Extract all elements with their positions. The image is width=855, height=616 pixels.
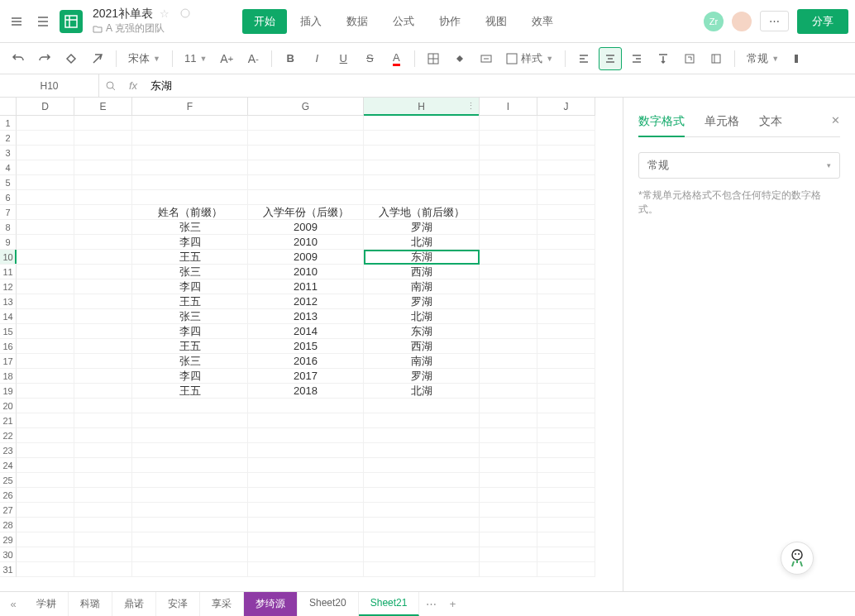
cell[interactable]	[364, 488, 480, 503]
cell[interactable]	[74, 175, 132, 190]
merge-icon[interactable]	[475, 47, 498, 70]
col-header-F[interactable]: F	[132, 98, 248, 116]
cell[interactable]	[74, 428, 132, 443]
cell[interactable]	[537, 175, 595, 190]
cell[interactable]	[17, 116, 74, 131]
cell[interactable]	[74, 473, 132, 488]
cell[interactable]	[17, 131, 74, 146]
row-header-26[interactable]: 26	[0, 488, 17, 503]
cell[interactable]	[17, 220, 74, 235]
row-header-12[interactable]: 12	[0, 279, 17, 294]
cell[interactable]: 李四	[132, 324, 248, 339]
cell[interactable]	[17, 235, 74, 250]
spreadsheet-grid[interactable]: DEFGH⋮IJ1234567姓名（前缀）入学年份（后缀）入学地（前后缀）8张三…	[0, 98, 623, 577]
cell[interactable]	[480, 562, 537, 577]
cell[interactable]	[248, 518, 364, 532]
row-header-3[interactable]: 3	[0, 146, 17, 160]
cell[interactable]	[480, 146, 537, 160]
cell[interactable]	[537, 532, 595, 547]
cell[interactable]	[537, 503, 595, 518]
cell-style-select[interactable]: 样式▼	[501, 47, 558, 70]
cell[interactable]: 西湖	[364, 339, 480, 354]
cell[interactable]	[364, 503, 480, 518]
cell[interactable]	[537, 160, 595, 175]
row-header-16[interactable]: 16	[0, 339, 17, 354]
cell[interactable]	[537, 518, 595, 532]
cell[interactable]	[480, 413, 537, 428]
cell[interactable]	[480, 503, 537, 518]
cell[interactable]	[17, 384, 74, 399]
cell[interactable]	[537, 413, 595, 428]
cell[interactable]	[248, 443, 364, 458]
col-header-G[interactable]: G	[248, 98, 364, 116]
cell[interactable]	[248, 160, 364, 175]
cell[interactable]	[17, 354, 74, 369]
cell[interactable]	[537, 354, 595, 369]
cell[interactable]	[17, 399, 74, 413]
cell[interactable]	[17, 146, 74, 160]
cell[interactable]	[480, 309, 537, 324]
cell[interactable]: 2014	[248, 324, 364, 339]
cell[interactable]	[17, 369, 74, 384]
share-button[interactable]: 分享	[797, 9, 848, 34]
cell[interactable]	[480, 279, 537, 294]
cell[interactable]	[537, 428, 595, 443]
cell[interactable]	[537, 488, 595, 503]
cell[interactable]	[17, 250, 74, 265]
folder-path[interactable]: A 克强的团队	[93, 21, 193, 36]
cell[interactable]	[17, 488, 74, 503]
cell[interactable]	[537, 235, 595, 250]
cell[interactable]: 2010	[248, 235, 364, 250]
cell[interactable]	[74, 458, 132, 473]
cell[interactable]	[364, 532, 480, 547]
cell[interactable]	[480, 250, 537, 265]
cell[interactable]	[480, 399, 537, 413]
cell[interactable]: 2012	[248, 294, 364, 309]
cell[interactable]	[537, 443, 595, 458]
list-icon[interactable]	[33, 12, 53, 31]
cell[interactable]: 2013	[248, 309, 364, 324]
align-center-icon[interactable]	[599, 47, 622, 70]
cell[interactable]	[537, 294, 595, 309]
cell[interactable]	[480, 205, 537, 220]
cell[interactable]: 罗湖	[364, 369, 480, 384]
cell[interactable]	[537, 384, 595, 399]
cell[interactable]	[537, 131, 595, 146]
cell[interactable]: 张三	[132, 265, 248, 279]
menu-tab-4[interactable]: 协作	[428, 9, 472, 34]
menu-tab-1[interactable]: 插入	[289, 9, 333, 34]
cell[interactable]	[132, 518, 248, 532]
cell[interactable]	[480, 190, 537, 205]
formula-input[interactable]	[144, 79, 855, 92]
cell[interactable]	[364, 131, 480, 146]
cell[interactable]	[132, 116, 248, 131]
cell[interactable]: 2010	[248, 265, 364, 279]
cell[interactable]	[537, 339, 595, 354]
cell[interactable]	[17, 562, 74, 577]
cell[interactable]	[132, 532, 248, 547]
cell[interactable]	[364, 428, 480, 443]
undo-icon[interactable]	[7, 47, 30, 70]
cell[interactable]: 2017	[248, 369, 364, 384]
wrap-icon[interactable]	[678, 47, 701, 70]
cell[interactable]	[17, 443, 74, 458]
cell[interactable]	[248, 116, 364, 131]
cell[interactable]	[132, 488, 248, 503]
row-header-21[interactable]: 21	[0, 413, 17, 428]
row-header-8[interactable]: 8	[0, 220, 17, 235]
cell[interactable]	[132, 131, 248, 146]
cell[interactable]	[17, 428, 74, 443]
close-icon[interactable]: ✕	[831, 114, 840, 127]
row-header-6[interactable]: 6	[0, 190, 17, 205]
cell[interactable]: 罗湖	[364, 220, 480, 235]
cell[interactable]	[480, 294, 537, 309]
cell[interactable]	[74, 324, 132, 339]
cell[interactable]	[74, 131, 132, 146]
align-right-icon[interactable]	[625, 47, 648, 70]
cell[interactable]: 2011	[248, 279, 364, 294]
cell[interactable]	[132, 473, 248, 488]
cell[interactable]: 罗湖	[364, 294, 480, 309]
cell[interactable]	[480, 443, 537, 458]
cell[interactable]	[17, 265, 74, 279]
strike-icon[interactable]: S	[358, 47, 381, 70]
